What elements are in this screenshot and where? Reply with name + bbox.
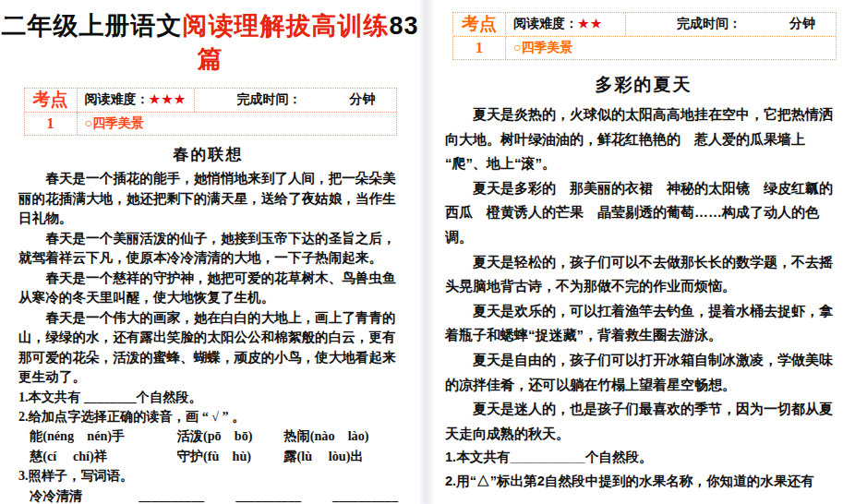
completion-time-cell: 完成时间：分钟 [625, 13, 836, 36]
passage-paragraph: 春天是一个美丽活泼的仙子，她接到玉帝下达的圣旨之后，就驾着祥云下凡，使原本冷冷清… [18, 229, 398, 269]
pinyin-item: 慈(cí chí)祥 [30, 447, 177, 466]
star-rating-icon: ★★ [578, 17, 603, 30]
left-passage-area: 春的联想 春天是一个插花的能手，她悄悄地来到了人间，把一朵朵美丽的花插满大地，她… [0, 144, 420, 504]
document-title-number: 83 [389, 12, 418, 40]
kaodian-label: 考点 [453, 13, 505, 36]
pinyin-item: 守护(fù hù) [177, 447, 284, 466]
answer-blank: __________ [235, 486, 301, 504]
difficulty-label: 阅读难度： [513, 16, 578, 30]
document-title: 二年级上册语文阅读理解拔高训练83篇 [0, 9, 420, 76]
passage-paragraph: 夏天是自由的，孩子们可以打开冰箱自制冰激凌，学做美味的凉拌佳肴，还可以躺在竹榻上… [445, 348, 842, 397]
question-1: 1.本文共有 ________个自然段。 [18, 388, 398, 407]
passage-paragraph: 夏天是多彩的 那美丽的衣裙 神秘的太阳镜 绿皮红瓤的西瓜 橙黄诱人的芒果 晶莹剔… [445, 176, 842, 250]
document-title-black: 二年级上册语文 [1, 12, 182, 40]
kaodian-header-row-2: 1 ○四季美景 [453, 36, 836, 59]
question-2: 2.给加点字选择正确的读音，画 “ √ ” 。 [18, 407, 398, 426]
passage-title: 春的联想 [18, 144, 398, 165]
question-3-example-row: 冷冷清清(AABB式 ) __________ __________ _____… [18, 486, 398, 504]
kaodian-header-row-1: 考点 阅读难度：★★ 完成时间：分钟 [453, 13, 836, 36]
page-gutter [420, 0, 434, 504]
star-rating-icon: ★★★ [150, 92, 187, 106]
topic-label: ○四季美景 [505, 37, 836, 59]
pinyin-item: 露(lù lòu)出 [283, 447, 398, 466]
difficulty-label: 阅读难度： [85, 92, 150, 106]
time-label: 完成时间： [677, 13, 741, 36]
difficulty-cell: 阅读难度：★★★ [77, 89, 194, 112]
passage-paragraph: 夏天是炎热的，火球似的太阳高高地挂在空中，它把热情洒向大地。树叶绿油油的，鲜花红… [445, 102, 842, 176]
passage-paragraph: 夏天是轻松的，孩子们可以不去做那长长的数学题，不去摇头晃脑地背古诗，不为那做不完… [445, 250, 842, 299]
topic-label: ○四季美景 [77, 113, 396, 135]
passage-paragraph: 夏天是欢乐的，可以扛着渔竿去钓鱼，提着水桶去捉虾，拿着瓶子和蟋蟀“捉迷藏”，背着… [445, 299, 842, 348]
kaodian-header-row-2: 1 ○四季美景 [25, 112, 396, 135]
worksheet-page-right: 考点 阅读难度：★★ 完成时间：分钟 1 ○四季美景 多彩的夏天 夏天是炎热的，… [434, 0, 855, 504]
document-title-red: 阅读理解拔高训练 [182, 12, 389, 40]
passage-paragraph: 春天是一个慈祥的守护神，她把可爱的花草树木、鸟兽虫鱼从寒冷的冬天里叫醒，使大地恢… [18, 269, 398, 308]
right-passage-area: 多彩的夏天 夏天是炎热的，火球似的太阳高高地挂在空中，它把热情洒向大地。树叶绿油… [434, 73, 855, 504]
question-2: 2.用“△”标出第2自然段中提到的水果名称，你知道的水果还有__________… [445, 470, 842, 504]
completion-time-cell: 完成时间：分钟 [194, 89, 396, 112]
answer-blank: __________ [332, 486, 398, 504]
time-unit: 分钟 [789, 13, 815, 36]
passage-paragraph: 春天是一个伟大的画家，她在白白的大地上，画上了青青的山，绿绿的水，还有露出笑脸的… [18, 308, 398, 388]
difficulty-cell: 阅读难度：★★ [505, 13, 625, 36]
time-unit: 分钟 [350, 89, 376, 112]
kaodian-number: 1 [453, 37, 505, 59]
aabb-example: 冷冷清清(AABB式 ) [30, 486, 107, 504]
kaodian-number: 1 [25, 113, 77, 135]
pinyin-item: 能(néng nén)手 [30, 426, 177, 446]
passage-paragraph: 夏天是迷人的，也是孩子们最喜欢的季节，因为一切都从夏天走向成熟的秋天。 [445, 397, 842, 446]
kaodian-header-row-1: 考点 阅读难度：★★★ 完成时间：分钟 [25, 89, 396, 112]
pinyin-choice-row: 能(néng nén)手 活泼(pō bō) 热闹(nào lào) [18, 426, 398, 446]
answer-blank: __________ [138, 486, 204, 504]
question-3: 3.照样子，写词语。 [18, 466, 398, 486]
passage-paragraph: 春天是一个插花的能手，她悄悄地来到了人间，把一朵朵美丽的花插满大地，她还把剩下的… [18, 169, 398, 229]
document-title-suffix: 篇 [198, 45, 223, 73]
question-1: 1.本文共有__________个自然段。 [445, 446, 842, 470]
worksheet-page-left: 二年级上册语文阅读理解拔高训练83篇 考点 阅读难度：★★★ 完成时间：分钟 1… [0, 0, 420, 504]
pinyin-item: 活泼(pō bō) [177, 426, 284, 446]
kaodian-header-table: 考点 阅读难度：★★ 完成时间：分钟 1 ○四季美景 [452, 12, 837, 60]
worksheet-canvas: 二年级上册语文阅读理解拔高训练83篇 考点 阅读难度：★★★ 完成时间：分钟 1… [0, 0, 855, 504]
kaodian-header-table: 考点 阅读难度：★★★ 完成时间：分钟 1 ○四季美景 [24, 88, 397, 136]
pinyin-choice-row: 慈(cí chí)祥 守护(fù hù) 露(lù lòu)出 [18, 447, 398, 466]
time-label: 完成时间： [237, 89, 302, 112]
kaodian-label: 考点 [25, 89, 77, 112]
passage-title: 多彩的夏天 [445, 73, 842, 97]
pinyin-item: 热闹(nào lào) [283, 426, 398, 446]
